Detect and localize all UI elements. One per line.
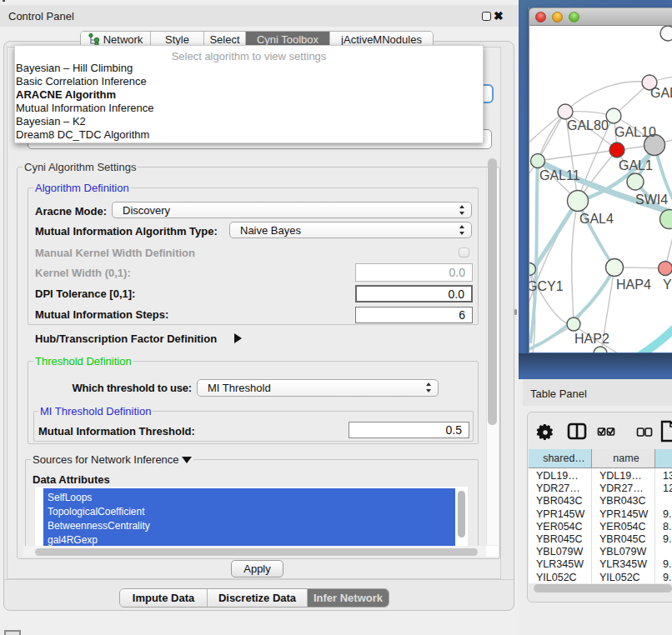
- svg-text:GAL11: GAL11: [539, 168, 580, 182]
- svg-text:GAL7: GAL7: [650, 86, 672, 100]
- svg-text:SWI4: SWI4: [635, 192, 668, 207]
- svg-text:GAL80: GAL80: [567, 118, 609, 132]
- svg-text:YD: YD: [663, 278, 672, 292]
- svg-text:GAL1: GAL1: [619, 158, 653, 172]
- svg-text:GAL10: GAL10: [614, 125, 656, 139]
- svg-text:GCY1: GCY1: [529, 279, 564, 293]
- svg-text:GAL4: GAL4: [579, 212, 614, 226]
- svg-text:HAP4: HAP4: [616, 278, 651, 292]
- svg-text:HAP2: HAP2: [574, 332, 609, 346]
